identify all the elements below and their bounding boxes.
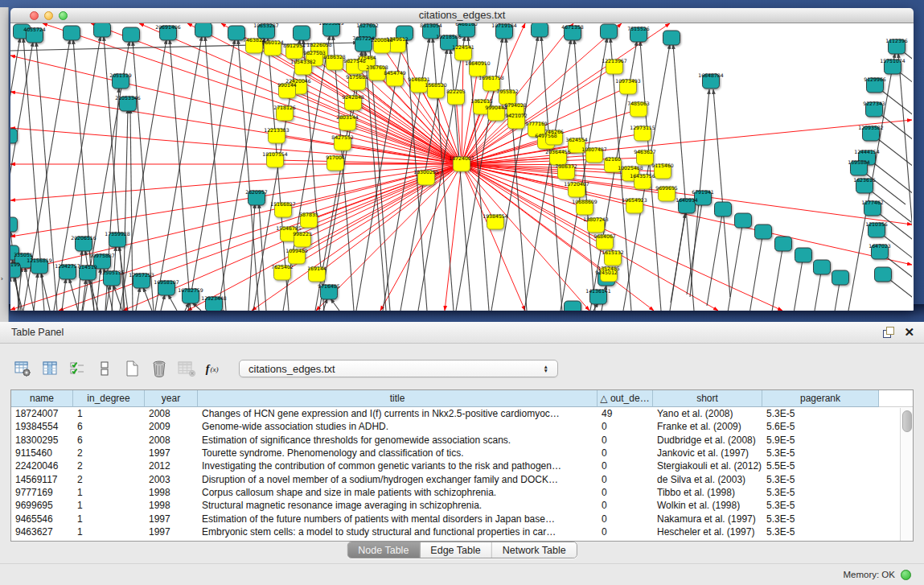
cell-out_de[interactable]: 0	[598, 526, 653, 538]
tab-node-table[interactable]: Node Table	[347, 542, 420, 558]
citation-edge[interactable]	[331, 299, 339, 311]
citation-edge[interactable]	[707, 209, 723, 306]
close-button[interactable]	[30, 11, 39, 20]
table-row[interactable]: 946362711997Embryonic stem cells: a mode…	[11, 525, 913, 538]
cell-out_de[interactable]: 0	[598, 474, 653, 485]
table-row[interactable]: 977716911998Corpus callosum shape and si…	[11, 486, 913, 499]
cell-short[interactable]: Yano et al. (2008)	[653, 408, 762, 419]
citation-edge[interactable]	[259, 204, 266, 311]
cell-year[interactable]: 2008	[145, 408, 198, 419]
paper-node[interactable]	[10, 129, 18, 143]
cell-pagerank[interactable]: 5.3E-5	[762, 487, 879, 498]
cell-pagerank[interactable]: 5.3E-5	[762, 447, 879, 459]
memory-status-indicator[interactable]	[901, 570, 911, 580]
citation-edge[interactable]	[357, 83, 462, 164]
cell-short[interactable]: Franke et al. (2009)	[653, 421, 762, 432]
cell-pagerank[interactable]: 5.3E-5	[762, 513, 879, 525]
cell-name[interactable]: 14569117	[11, 474, 73, 485]
citation-edge[interactable]	[161, 295, 165, 311]
tab-network-table[interactable]: Network Table	[492, 542, 577, 558]
cell-short[interactable]: Hescheler et al. (1997)	[653, 526, 762, 538]
cell-out_de[interactable]: 0	[598, 435, 653, 446]
cell-out_de[interactable]: 49	[598, 408, 653, 419]
citation-edge[interactable]	[69, 278, 78, 311]
float-panel-icon[interactable]	[883, 327, 894, 338]
paper-node[interactable]	[795, 248, 812, 262]
cell-pagerank[interactable]: 5.9E-5	[762, 435, 879, 446]
paper-node[interactable]	[755, 225, 772, 239]
table-row[interactable]: 946554611997Estimation of the future num…	[11, 512, 913, 525]
network-canvas[interactable]: 4055724206914061065328716033809152760278…	[10, 23, 914, 311]
paper-node[interactable]	[64, 26, 80, 40]
cell-title[interactable]: Investigating the contribution of common…	[198, 460, 598, 472]
panel-expand-handle[interactable]: ›	[1, 275, 3, 282]
cell-in_degree[interactable]: 6	[73, 435, 145, 446]
column-header-out_de[interactable]: △ out_de…	[598, 390, 653, 407]
cell-title[interactable]: Structural magnetic resonance image aver…	[198, 500, 598, 511]
cell-out_de[interactable]: 0	[598, 487, 653, 498]
cell-year[interactable]: 1998	[145, 500, 198, 511]
cell-pagerank[interactable]: 5.6E-5	[762, 421, 879, 432]
citation-edge[interactable]	[10, 164, 462, 273]
cell-title[interactable]: Estimation of significance thresholds fo…	[198, 435, 598, 446]
cell-short[interactable]: Stergiakouli et al. (2012)	[653, 460, 762, 472]
paper-node[interactable]	[565, 301, 581, 311]
cell-in_degree[interactable]: 1	[73, 408, 145, 419]
cell-year[interactable]: 1997	[145, 526, 198, 538]
citation-edge[interactable]	[136, 287, 140, 311]
cell-short[interactable]: Tibbo et al. (1998)	[653, 487, 762, 498]
column-header-year[interactable]: year	[145, 390, 198, 407]
column-header-name[interactable]: name	[11, 390, 73, 407]
cell-name[interactable]: 19384554	[11, 421, 73, 432]
zoom-button[interactable]	[59, 11, 68, 20]
paper-node[interactable]	[532, 23, 548, 37]
cell-in_degree[interactable]: 1	[73, 526, 145, 538]
citation-edge[interactable]	[574, 39, 595, 311]
citation-edge[interactable]	[462, 164, 525, 311]
table-row[interactable]: 1830029562008Estimation of significance …	[11, 434, 913, 447]
table-row[interactable]: 2242004622012Investigating the contribut…	[11, 459, 913, 472]
cell-out_de[interactable]: 0	[598, 460, 653, 472]
column-header-short[interactable]: short	[653, 390, 762, 407]
column-header-in_degree[interactable]: in_degree	[73, 390, 145, 407]
cell-pagerank[interactable]: 5.3E-5	[762, 408, 879, 419]
column-header-title[interactable]: title	[198, 390, 598, 407]
paper-node[interactable]	[195, 23, 212, 37]
cell-name[interactable]: 22420046	[11, 460, 73, 472]
cell-pagerank[interactable]: 5.3E-5	[762, 526, 879, 538]
cell-name[interactable]: 18300295	[11, 435, 73, 446]
paper-node[interactable]	[875, 267, 892, 282]
paper-node[interactable]	[601, 24, 618, 39]
cell-title[interactable]: Changes of HCN gene expression and I(f) …	[198, 408, 598, 419]
cell-in_degree[interactable]: 1	[73, 513, 145, 525]
citation-edge[interactable]	[670, 213, 685, 311]
cell-year[interactable]: 2008	[145, 435, 198, 446]
paper-node[interactable]	[832, 270, 849, 285]
paper-node[interactable]	[775, 237, 792, 251]
cell-pagerank[interactable]: 5.5E-5	[762, 460, 879, 472]
citation-edge[interactable]	[787, 255, 803, 311]
cell-name[interactable]: 18724007	[11, 408, 73, 419]
cell-year[interactable]: 2009	[145, 421, 198, 432]
citation-edge[interactable]	[205, 36, 226, 311]
column-header-pagerank[interactable]: pagerank	[762, 390, 879, 407]
paper-node[interactable]	[10, 217, 18, 232]
table-row[interactable]: 911546021997Tourette syndrome. Phenomeno…	[11, 447, 913, 459]
window-titlebar[interactable]: citations_edges.txt	[10, 8, 914, 23]
paper-node[interactable]	[294, 26, 310, 40]
cell-short[interactable]: de Silva et al. (2003)	[653, 474, 762, 485]
table-selector-dropdown[interactable]: citations_edges.txt ▲▼	[239, 360, 558, 377]
citation-edge[interactable]	[747, 232, 763, 311]
delete-column-button[interactable]	[150, 359, 169, 378]
cell-name[interactable]: 9115460	[11, 447, 73, 459]
cell-title[interactable]: Embryonic stem cells: a model to study s…	[198, 526, 598, 538]
create-column-button[interactable]	[122, 359, 142, 378]
citation-edge[interactable]	[445, 164, 462, 311]
cell-title[interactable]: Corpus callosum shape and size in male p…	[198, 487, 598, 498]
citation-edge[interactable]	[113, 285, 122, 311]
paper-node[interactable]	[715, 202, 732, 216]
table-vertical-scrollbar[interactable]	[900, 408, 913, 541]
cell-title[interactable]: Genome-wide association studies in ADHD.	[198, 421, 598, 432]
citation-edge[interactable]	[62, 278, 66, 311]
cell-short[interactable]: Dudbridge et al. (2008)	[653, 435, 762, 446]
